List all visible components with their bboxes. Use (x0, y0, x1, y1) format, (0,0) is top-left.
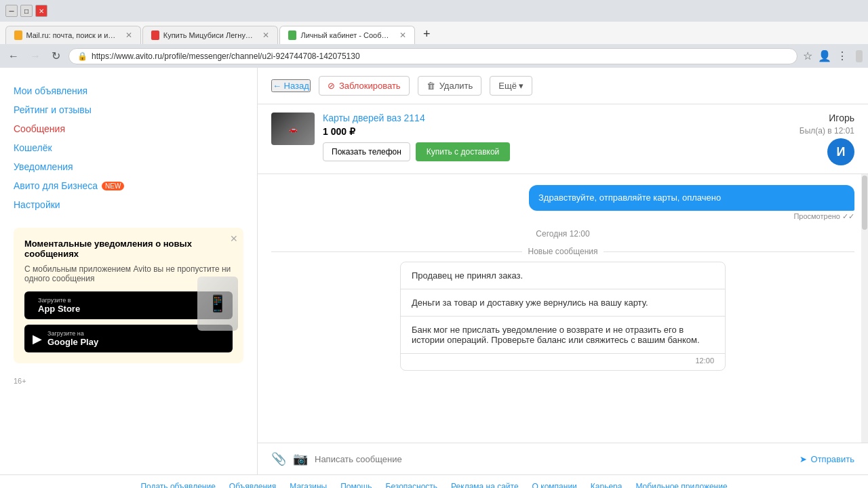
footer-link-ads-site[interactable]: Реклама на сайте (451, 482, 519, 488)
sidebar-item-business[interactable]: Авито для БизнесаNEW (14, 176, 243, 195)
main-content: ← Назад ⊘ Заблокировать 🗑 Удалить Ещё ▾ … (258, 68, 868, 474)
message-sent: Здравствуйте, отправляйте карты, оплачен… (529, 185, 854, 221)
app-store-sub: Загрузите в (38, 297, 80, 304)
browser-tab-mail[interactable]: Mail.ru: почта, поиск и интерне... ✕ (5, 26, 141, 44)
send-button[interactable]: ➤ Отправить (800, 454, 854, 464)
listing-header: 🚗 Карты дверей ваз 2114 1 000 ₽ Показать… (258, 104, 868, 174)
back-button[interactable]: ← Назад (271, 79, 311, 92)
promo-banner: ✕ Моментальные уведомления о новых сообщ… (14, 228, 243, 363)
promo-phone-illustration: 📱 (197, 277, 238, 331)
more-label: Ещё ▾ (498, 81, 524, 91)
age-rating: 16+ (14, 377, 243, 385)
listing-price: 1 000 ₽ (323, 126, 510, 137)
tab-favicon-avito (288, 30, 296, 40)
message-input[interactable] (315, 454, 793, 464)
win-close-btn[interactable]: ✕ (35, 5, 47, 17)
system-message-group: Продавец не принял заказ. Деньги за това… (400, 262, 726, 371)
date-divider: Сегодня 12:00 (271, 229, 854, 239)
sidebar-item-settings[interactable]: Настройки (14, 195, 243, 214)
footer-link-security[interactable]: Безопасность (386, 482, 438, 488)
message-bubble-inner: Здравствуйте, отправляйте карты, оплачен… (529, 185, 854, 211)
camera-icon[interactable]: 📷 (293, 451, 308, 466)
system-msg-time: 12:00 (401, 354, 725, 370)
new-messages-divider: Новые сообщения (271, 247, 854, 256)
google-play-name: Google Play (47, 337, 98, 347)
scrollbar-top[interactable] (856, 50, 863, 62)
system-msg-1: Продавец не принял заказ. (401, 262, 725, 289)
message-input-area: 📎 📷 ➤ Отправить (258, 443, 868, 474)
delete-label: Удалить (439, 81, 473, 91)
sidebar: Мои объявления Рейтинг и отзывы Сообщени… (0, 68, 258, 474)
nav-reload-button[interactable]: ↻ (49, 47, 63, 65)
delete-button[interactable]: 🗑 Удалить (418, 76, 482, 96)
url-bar: 🔒 https://www.avito.ru/profile/messenger… (68, 48, 797, 64)
footer-link-about[interactable]: О компании (532, 482, 577, 488)
system-msg-3: Банк мог не прислать уведомление о возвр… (401, 317, 725, 354)
tab-label-mitsubishi: Купить Мицубиси Легнум в Кр... (163, 31, 256, 39)
listing-title[interactable]: Карты дверей ваз 2114 (323, 113, 510, 123)
url-text: https://www.avito.ru/profile/messenger/c… (92, 52, 789, 61)
trash-icon: 🗑 (427, 81, 435, 91)
tab-favicon-mail (14, 30, 22, 40)
bookmark-button[interactable]: ☆ (803, 49, 812, 62)
footer-links: Подать объявление Объявления Магазины По… (14, 482, 854, 488)
tab-close-mitsubishi[interactable]: ✕ (262, 30, 269, 40)
tab-label-avito: Личный кабинет - Сообщения (300, 31, 393, 39)
listing-thumbnail[interactable]: 🚗 (271, 113, 315, 145)
seller-status: Был(а) в 12:01 (800, 126, 854, 136)
footer-link-post-ad[interactable]: Подать объявление (140, 482, 215, 488)
menu-button[interactable]: ⋮ (837, 49, 848, 62)
browser-tabs: Mail.ru: почта, поиск и интерне... ✕ Куп… (0, 22, 868, 44)
promo-title: Моментальные уведомления о новых сообщен… (24, 239, 233, 259)
footer-link-ads[interactable]: Объявления (229, 482, 276, 488)
url-lock-icon: 🔒 (77, 52, 87, 61)
google-play-icon: ▶ (33, 331, 42, 346)
attach-icon[interactable]: 📎 (271, 451, 286, 466)
google-play-sub: Загрузите на (47, 330, 98, 337)
tab-close-mail[interactable]: ✕ (125, 30, 132, 40)
browser-addressbar: ← → ↻ 🔒 https://www.avito.ru/profile/mes… (0, 44, 868, 68)
tab-label-mail: Mail.ru: почта, поиск и интерне... (26, 31, 119, 39)
seller-avatar[interactable]: И (827, 138, 854, 165)
top-action-bar: ← Назад ⊘ Заблокировать 🗑 Удалить Ещё ▾ (258, 68, 868, 104)
sidebar-item-messages[interactable]: Сообщения (14, 119, 243, 138)
block-label: Заблокировать (339, 81, 401, 91)
app-store-name: App Store (38, 304, 80, 314)
footer-link-career[interactable]: Карьера (591, 482, 623, 488)
profile-button[interactable]: 👤 (818, 49, 831, 62)
new-badge: NEW (102, 182, 124, 190)
browser-tab-mitsubishi[interactable]: Купить Мицубиси Легнум в Кр... ✕ (142, 26, 278, 44)
tab-favicon-mitsubishi (151, 30, 159, 40)
sidebar-item-business-label: Авито для Бизнеса (14, 180, 98, 191)
browser-chrome: ─ □ ✕ Mail.ru: почта, поиск и интерне...… (0, 0, 868, 68)
browser-titlebar: ─ □ ✕ (0, 0, 868, 22)
tab-close-avito[interactable]: ✕ (399, 30, 406, 40)
buy-with-delivery-button[interactable]: Купить с доставкой (416, 142, 510, 161)
browser-tab-avito[interactable]: Личный кабинет - Сообщения ✕ (279, 26, 415, 44)
sidebar-item-my-ads[interactable]: Мои объявления (14, 81, 243, 100)
show-phone-button[interactable]: Показать телефон (323, 142, 410, 161)
message-meta: Просмотрено ✓✓ (529, 212, 854, 221)
win-maximize-btn[interactable]: □ (20, 5, 33, 17)
seller-name: Игорь (829, 113, 854, 123)
nav-back-button[interactable]: ← (5, 47, 22, 65)
footer: Подать объявление Объявления Магазины По… (0, 474, 868, 488)
new-tab-button[interactable]: + (416, 24, 437, 44)
send-icon: ➤ (800, 454, 807, 464)
sidebar-item-notifications[interactable]: Уведомления (14, 157, 243, 176)
send-label: Отправить (811, 454, 854, 464)
nav-forward-button[interactable]: → (27, 47, 43, 65)
chat-area: Здравствуйте, отправляйте карты, оплачен… (258, 174, 868, 443)
win-minimize-btn[interactable]: ─ (5, 5, 18, 17)
block-button[interactable]: ⊘ Заблокировать (319, 76, 410, 96)
chat-scrollbar[interactable] (861, 174, 868, 443)
promo-close-btn[interactable]: ✕ (230, 233, 238, 244)
more-button[interactable]: Ещё ▾ (490, 76, 532, 96)
block-icon: ⊘ (328, 81, 335, 91)
system-msg-2: Деньги за товар и доставку уже вернулись… (401, 289, 725, 317)
sidebar-item-rating[interactable]: Рейтинг и отзывы (14, 100, 243, 119)
sidebar-item-wallet[interactable]: Кошелёк (14, 138, 243, 157)
footer-link-mobile[interactable]: Мобильное приложение (635, 482, 727, 488)
footer-link-stores[interactable]: Магазины (290, 482, 327, 488)
footer-link-help[interactable]: Помощь (340, 482, 372, 488)
